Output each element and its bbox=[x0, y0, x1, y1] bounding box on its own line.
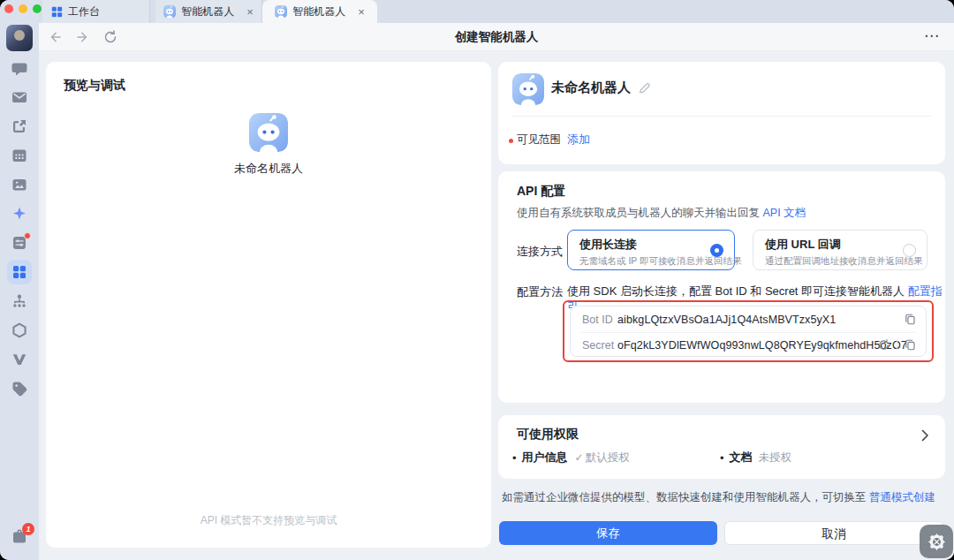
config-method-label: 配置方法 bbox=[517, 284, 563, 300]
tab-smart-robot-2-active[interactable]: 智能机器人 × bbox=[262, 0, 377, 23]
normal-mode-link[interactable]: 普通模式创建 bbox=[869, 491, 935, 503]
api-section-title: API 配置 bbox=[517, 184, 565, 200]
robot-name: 未命名机器人 bbox=[551, 79, 631, 96]
copy-icon[interactable] bbox=[904, 313, 917, 326]
api-config-card: API 配置 使用自有系统获取成员与机器人的聊天并输出回复 API 文档 连接方… bbox=[498, 171, 945, 403]
radio-selected-icon bbox=[710, 244, 723, 257]
edit-name-icon[interactable] bbox=[638, 81, 651, 95]
tab-label: 工作台 bbox=[68, 4, 100, 19]
close-tab-icon[interactable]: × bbox=[246, 6, 254, 18]
secret-row: Secret oFq2kL3YDlEWfWOq993nwLQ8QRYEy9qkf… bbox=[571, 332, 926, 358]
toolbar: 创建智能机器人 ⋯ bbox=[39, 23, 954, 51]
refresh-secret-icon[interactable] bbox=[877, 338, 890, 352]
option-url-callback[interactable]: 使用 URL 回调 通过配置回调地址接收消息并返回结果 bbox=[753, 230, 928, 270]
option-desc: 通过配置回调地址接收消息并返回结果 bbox=[765, 255, 927, 268]
calendar-icon[interactable] bbox=[11, 148, 27, 163]
api-section-subtitle: 使用自有系统获取成员与机器人的聊天并输出回复 API 文档 bbox=[517, 206, 806, 221]
robot-avatar[interactable] bbox=[512, 73, 544, 105]
permissions-row: • 用户信息 ✓ 默认授权 • 文档 未授权 bbox=[512, 450, 931, 465]
main-content: 预览与调试 未命名机器人 API 模式暂不支持预览与调试 未命名机器人 bbox=[39, 51, 954, 560]
tag-icon[interactable] bbox=[11, 381, 27, 397]
secret-value: oFq2kL3YDlEWfWOq993nwLQ8QRYEy9qkfmehdH5o… bbox=[617, 339, 907, 352]
notification-dot bbox=[24, 232, 31, 239]
share-icon[interactable] bbox=[11, 118, 27, 134]
ai-sparkle-icon[interactable] bbox=[11, 206, 27, 222]
permission-user-info: • 用户信息 ✓ 默认授权 bbox=[512, 450, 630, 465]
permissions-card[interactable]: 可使用权限 • 用户信息 ✓ 默认授权 • 文档 未授权 bbox=[498, 415, 945, 479]
sidebar-item-apps-active[interactable] bbox=[7, 260, 32, 284]
v-logo-icon[interactable] bbox=[11, 352, 27, 367]
bullet: • bbox=[720, 451, 724, 465]
workbench-icon[interactable] bbox=[11, 235, 27, 251]
app-window: 1 工作台 智能机器人 × 智能机器人 bbox=[0, 0, 954, 560]
copy-icon[interactable] bbox=[904, 338, 917, 352]
tab-smart-robot-1[interactable]: 智能机器人 × bbox=[155, 0, 262, 23]
apps-grid-icon bbox=[51, 6, 63, 18]
robot-avatar bbox=[249, 113, 288, 152]
zoom-window-button[interactable] bbox=[33, 4, 42, 13]
required-marker bbox=[509, 139, 513, 143]
sidebar: 1 bbox=[0, 0, 39, 560]
close-window-button[interactable] bbox=[4, 4, 13, 13]
credentials-card: Bot ID aibkgLQtzxVBsOa1AJj1Q4AtsMBVTzx5y… bbox=[570, 306, 927, 357]
switch-mode-hint: 如需通过企业微信提供的模型、数据快速创建和使用智能机器人，可切换至 普通模式创建 bbox=[502, 490, 935, 505]
add-visibility-link[interactable]: 添加 bbox=[567, 132, 590, 148]
visibility-label: 可见范围 bbox=[517, 132, 561, 148]
gallery-icon[interactable] bbox=[11, 177, 27, 193]
minimize-window-button[interactable] bbox=[19, 4, 27, 13]
close-tab-icon[interactable]: × bbox=[358, 6, 365, 18]
chevron-right-icon[interactable] bbox=[921, 429, 929, 442]
connection-mode-label: 连接方式 bbox=[517, 244, 563, 260]
mail-icon[interactable] bbox=[11, 89, 27, 105]
cancel-button[interactable]: 取消 bbox=[724, 521, 943, 545]
divider bbox=[512, 116, 931, 117]
visibility-row: 可见范围 添加 bbox=[509, 132, 561, 148]
radio-unselected-icon bbox=[903, 244, 916, 257]
divider bbox=[897, 339, 897, 351]
robot-icon bbox=[163, 5, 176, 18]
page-title: 创建智能机器人 bbox=[39, 23, 954, 51]
secret-label: Secret bbox=[582, 339, 617, 352]
bullet: • bbox=[512, 451, 517, 465]
robot-name: 未命名机器人 bbox=[234, 161, 303, 177]
bot-id-label: Bot ID bbox=[582, 314, 617, 326]
check-icon: ✓ bbox=[575, 451, 584, 464]
preview-panel: 预览与调试 未命名机器人 API 模式暂不支持预览与调试 bbox=[46, 62, 491, 548]
debug-settings-button[interactable] bbox=[920, 525, 953, 558]
briefcase-icon[interactable]: 1 bbox=[11, 528, 27, 544]
permissions-title: 可使用权限 bbox=[517, 427, 579, 443]
user-avatar[interactable] bbox=[6, 25, 33, 51]
briefcase-badge: 1 bbox=[22, 523, 34, 535]
api-doc-link[interactable]: API 文档 bbox=[762, 207, 806, 219]
gear-icon bbox=[928, 533, 946, 551]
tab-workbench[interactable]: 工作台 bbox=[42, 0, 150, 23]
option-desc: 无需域名或 IP 即可接收消息并返回结果 bbox=[579, 255, 734, 268]
robot-icon bbox=[275, 5, 287, 18]
window-controls bbox=[4, 4, 42, 13]
preview-title: 预览与调试 bbox=[64, 78, 125, 94]
preview-disabled-note: API 模式暂不支持预览与调试 bbox=[46, 513, 491, 528]
apps-grid-icon bbox=[12, 265, 26, 279]
permission-docs: • 文档 未授权 bbox=[720, 450, 791, 465]
tab-bar: 工作台 智能机器人 × 智能机器人 × bbox=[39, 0, 954, 23]
package-icon[interactable] bbox=[11, 322, 27, 338]
tab-label: 智能机器人 bbox=[181, 4, 234, 19]
tab-label: 智能机器人 bbox=[292, 4, 345, 19]
chat-icon[interactable] bbox=[11, 61, 27, 77]
option-long-connection[interactable]: 使用长连接 无需域名或 IP 即可接收消息并返回结果 bbox=[567, 230, 735, 270]
more-menu-icon[interactable]: ⋯ bbox=[924, 23, 940, 51]
bot-id-value: aibkgLQtzxVBsOa1AJj1Q4AtsMBVTzx5yX1 bbox=[617, 314, 836, 326]
robot-identity-card: 未命名机器人 可见范围 添加 bbox=[498, 62, 945, 164]
bot-id-row: Bot ID aibkgLQtzxVBsOa1AJj1Q4AtsMBVTzx5y… bbox=[571, 306, 926, 332]
org-chart-icon[interactable] bbox=[11, 293, 27, 309]
save-button[interactable]: 保存 bbox=[499, 521, 717, 545]
